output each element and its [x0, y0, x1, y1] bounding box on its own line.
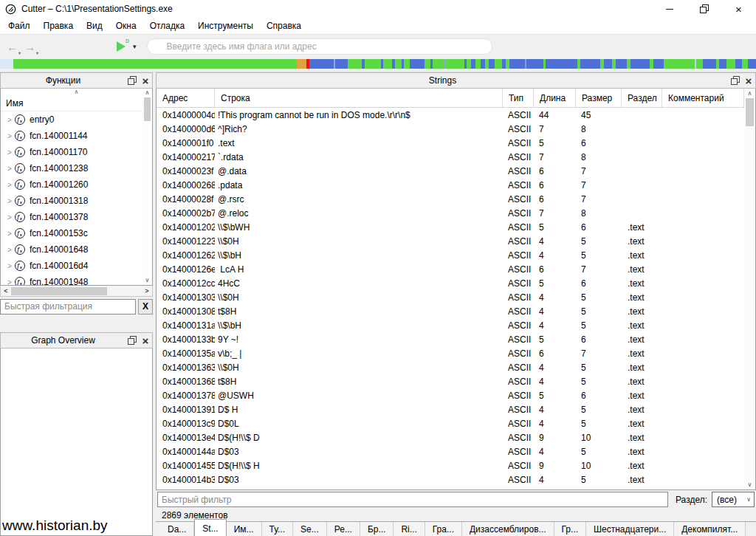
forward-button[interactable]: →▾	[24, 41, 35, 52]
table-row[interactable]: 0x14000023f@.dataASCII67	[157, 164, 744, 178]
strings-filter-input[interactable]	[157, 492, 668, 507]
expand-chevron-icon[interactable]: >	[4, 262, 15, 270]
function-list-item[interactable]: >ƒxfcn.14000153c	[1, 225, 152, 241]
close-panel-button[interactable]: ×	[742, 75, 755, 87]
table-row[interactable]: 0x140000217`.rdataASCII78	[157, 150, 744, 164]
expand-chevron-icon[interactable]: >	[4, 213, 15, 221]
scrollbar-thumb[interactable]	[11, 287, 107, 295]
column-header-3[interactable]: Длина	[534, 89, 576, 107]
table-row[interactable]: 0x1400013e4D$(H!\\$ DASCII910.text	[157, 430, 744, 444]
functions-hscrollbar[interactable]: < >	[0, 286, 153, 297]
expand-chevron-icon[interactable]: >	[4, 116, 15, 124]
column-header-1[interactable]: Строка	[215, 89, 503, 107]
column-header-4[interactable]: Размер	[576, 89, 622, 107]
float-panel-button[interactable]	[126, 336, 139, 345]
scrollbar-thumb[interactable]	[144, 97, 151, 121]
minimize-button[interactable]	[652, 0, 687, 18]
scroll-down-icon[interactable]: ∨	[145, 276, 150, 285]
function-list-item[interactable]: >ƒxfcn.1400016d4	[1, 258, 152, 274]
table-row[interactable]: 0x1400002b7@.relocASCII78	[157, 206, 744, 220]
column-header-5[interactable]: Раздел	[622, 89, 662, 107]
table-row[interactable]: 0x14000131a\\$\bHASCII45.text	[157, 318, 744, 332]
table-row[interactable]: 0x14000144aD$03ASCII45.text	[157, 444, 744, 458]
tab-10[interactable]: Гр...	[554, 522, 587, 536]
table-row[interactable]: 0x1400000d6^]Rich?ASCII78	[157, 122, 744, 136]
debug-options-dropdown[interactable]: ▾	[133, 43, 137, 50]
column-header-0[interactable]: Адрес	[157, 89, 215, 107]
table-row[interactable]: 0x140001223\\$0HASCII45.text	[157, 234, 744, 248]
tab-0[interactable]: Da...	[160, 522, 194, 536]
expand-chevron-icon[interactable]: >	[4, 278, 15, 286]
functions-vscrollbar[interactable]: ∧ ∨	[142, 89, 152, 285]
section-select[interactable]: (все) ∨	[712, 492, 755, 507]
table-row[interactable]: 0x14000135av\b;_ |ASCII67.text	[157, 346, 744, 360]
expand-chevron-icon[interactable]: >	[4, 148, 15, 157]
menu-item-0[interactable]: Файл	[1, 19, 37, 32]
tab-6[interactable]: Бр...	[360, 522, 394, 536]
close-panel-button[interactable]: ×	[139, 334, 152, 347]
expand-chevron-icon[interactable]: >	[4, 246, 15, 254]
table-row[interactable]: 0x1400013c9D$0LASCII45.text	[157, 416, 744, 430]
float-panel-button[interactable]	[126, 76, 139, 85]
menu-item-4[interactable]: Отладка	[143, 19, 191, 32]
expand-chevron-icon[interactable]: >	[4, 132, 15, 140]
function-list-item[interactable]: >ƒxfcn.140001648	[1, 241, 152, 258]
table-row[interactable]: 0x140000268.pdataASCII67	[157, 178, 744, 192]
tab-7[interactable]: Ri...	[394, 522, 425, 536]
function-list-item[interactable]: >ƒxfcn.140001144	[1, 128, 152, 144]
expand-chevron-icon[interactable]: >	[4, 197, 15, 205]
tab-2[interactable]: Им...	[227, 522, 262, 536]
functions-filter-input[interactable]	[0, 299, 136, 315]
table-row[interactable]: 0x140001363\\$0HASCII45.text	[157, 360, 744, 374]
restore-button[interactable]	[687, 0, 721, 18]
function-list-item[interactable]: >ƒxentry0	[1, 111, 152, 128]
tab-5[interactable]: Ре...	[327, 522, 360, 536]
table-row[interactable]: 0x1400001f0.textASCII56	[157, 136, 744, 150]
tab-1[interactable]: St...	[194, 519, 226, 536]
scroll-right-icon[interactable]: >	[142, 287, 152, 295]
table-row[interactable]: 0x140001455D$(H!\\$ HASCII910.text	[157, 458, 744, 473]
function-list-item[interactable]: >ƒxfcn.140001170	[1, 144, 152, 160]
close-button[interactable]: ×	[721, 0, 756, 18]
column-header-2[interactable]: Тип	[503, 89, 534, 107]
table-row[interactable]: 0x14000126e LcA HASCII67.text	[157, 262, 744, 276]
expand-chevron-icon[interactable]: >	[4, 230, 15, 238]
column-header-6[interactable]: Комментарий	[662, 89, 744, 107]
menu-item-6[interactable]: Справка	[260, 19, 308, 32]
function-list-item[interactable]: >ƒxfcn.140001260	[1, 176, 152, 193]
table-row[interactable]: 0x14000004d!This program cannot be run i…	[157, 108, 744, 122]
tab-9[interactable]: Дизассемблиров...	[462, 522, 554, 536]
expand-chevron-icon[interactable]: >	[4, 165, 15, 173]
table-row[interactable]: 0x140001368t$8HASCII45.text	[157, 374, 744, 388]
strings-vscrollbar[interactable]: ∧ ∨	[744, 89, 755, 489]
tab-4[interactable]: Se...	[293, 522, 327, 536]
menu-item-3[interactable]: Окна	[109, 19, 143, 32]
tab-3[interactable]: Ту...	[262, 522, 293, 536]
scroll-up-icon[interactable]: ∧	[145, 89, 150, 97]
memory-map-bar[interactable]	[0, 59, 756, 69]
menu-item-2[interactable]: Вид	[80, 19, 109, 32]
close-panel-button[interactable]: ×	[139, 75, 152, 87]
menu-item-5[interactable]: Инструменты	[191, 19, 260, 32]
table-row[interactable]: 0x140001202\\$\bWHASCII56.text	[157, 220, 744, 234]
table-row[interactable]: 0x140001262\\$\bHASCII45.text	[157, 248, 744, 262]
table-row[interactable]: 0x14000028f@.rsrcASCII67	[157, 192, 744, 206]
flag-search-input[interactable]	[147, 38, 492, 55]
function-list-item[interactable]: >ƒxfcn.140001318	[1, 193, 152, 209]
clear-filter-button[interactable]: X	[138, 299, 153, 315]
tab-8[interactable]: Гра...	[425, 522, 462, 536]
menu-item-1[interactable]: Правка	[37, 19, 80, 32]
tab-11[interactable]: Шестнадцатери...	[586, 522, 674, 536]
debug-start-button[interactable]: D	[117, 41, 127, 52]
scroll-down-icon[interactable]: ∨	[748, 480, 752, 489]
graph-overview-canvas[interactable]: www.historian.by	[0, 348, 153, 536]
back-button[interactable]: ←▾	[7, 41, 18, 52]
scroll-left-icon[interactable]: <	[1, 287, 11, 295]
table-row[interactable]: 0x14000133b9Y ~!ASCII56.text	[157, 332, 744, 346]
function-list-item[interactable]: >ƒxfcn.140001948	[1, 274, 152, 286]
table-row[interactable]: 0x140001308t$8HASCII45.text	[157, 304, 744, 318]
float-panel-button[interactable]	[729, 76, 742, 85]
functions-column-header[interactable]: Имя	[1, 96, 152, 111]
table-row[interactable]: 0x140001378@USWHASCII56.text	[157, 388, 744, 402]
scrollbar-thumb[interactable]	[746, 98, 754, 126]
